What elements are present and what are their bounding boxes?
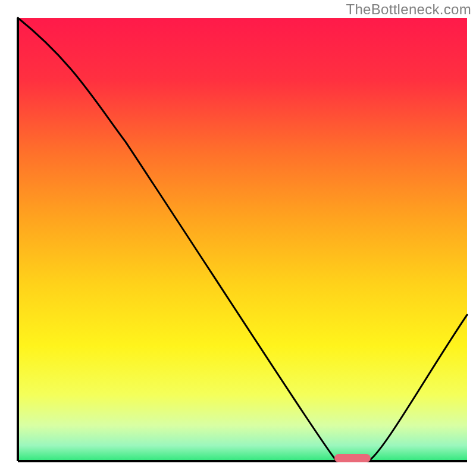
gradient-background <box>18 18 467 461</box>
chart-container: TheBottleneck.com <box>0 0 476 476</box>
bottleneck-chart <box>0 0 476 476</box>
watermark-text: TheBottleneck.com <box>346 1 471 18</box>
optimal-range-marker <box>334 454 371 462</box>
